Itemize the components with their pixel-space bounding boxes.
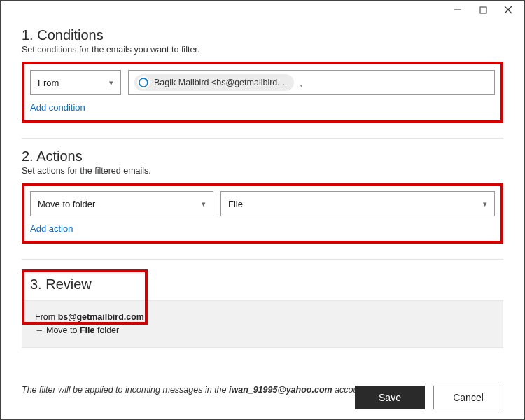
close-button[interactable] <box>503 5 513 15</box>
contact-chip[interactable]: Bagik Mailbird <bs@getmailbird.... <box>134 74 294 91</box>
contact-chip-text: Bagik Mailbird <bs@getmailbird.... <box>154 78 287 88</box>
divider <box>22 138 503 139</box>
actions-highlight-box: Move to folder ▾ File ▾ Add action <box>22 183 503 244</box>
review-action-folder: File <box>80 326 95 335</box>
condition-value-input[interactable]: Bagik Mailbird <bs@getmailbird.... , <box>128 70 495 95</box>
review-section: 3. Review From bs@getmailbird.com → Move… <box>22 270 503 325</box>
review-action-suffix: folder <box>94 326 119 335</box>
actions-title: 2. Actions <box>22 148 503 164</box>
action-type-select[interactable]: Move to folder ▾ <box>30 191 214 216</box>
add-condition-link[interactable]: Add condition <box>30 102 85 113</box>
review-title: 3. Review <box>30 276 139 293</box>
divider <box>22 259 503 260</box>
dialog-button-bar: Save Cancel <box>355 386 503 410</box>
review-action-prefix: → Move to <box>35 326 80 335</box>
chevron-down-icon: ▾ <box>109 78 113 88</box>
review-line-action: → Move to File folder <box>35 324 490 337</box>
condition-field-select[interactable]: From ▾ <box>30 70 121 95</box>
conditions-subtitle: Set conditions for the emails you want t… <box>22 45 503 55</box>
conditions-title: 1. Conditions <box>22 27 503 43</box>
action-type-label: Move to folder <box>38 199 95 209</box>
minimize-button[interactable] <box>453 5 463 15</box>
mailbird-icon <box>137 76 150 89</box>
footer-account: iwan_91995@yahoo.com <box>229 385 332 395</box>
save-button[interactable]: Save <box>355 386 425 410</box>
add-action-link[interactable]: Add action <box>30 223 73 234</box>
condition-field-label: From <box>38 78 59 88</box>
cancel-button[interactable]: Cancel <box>433 386 503 410</box>
window-titlebar <box>1 1 524 19</box>
maximize-button[interactable] <box>478 5 488 15</box>
review-highlight-box: 3. Review <box>22 270 148 325</box>
action-target-select[interactable]: File ▾ <box>220 191 495 216</box>
conditions-highlight-box: From ▾ Bagik Mailbird <bs@getmailbird...… <box>22 62 503 122</box>
chip-separator: , <box>298 78 302 88</box>
action-target-label: File <box>228 199 243 209</box>
actions-subtitle: Set actions for the filtered emails. <box>22 166 503 176</box>
svg-rect-1 <box>480 7 486 13</box>
chevron-down-icon: ▾ <box>483 200 487 209</box>
footer-prefix: The filter will be applied to incoming m… <box>22 385 229 395</box>
chevron-down-icon: ▾ <box>202 200 206 209</box>
